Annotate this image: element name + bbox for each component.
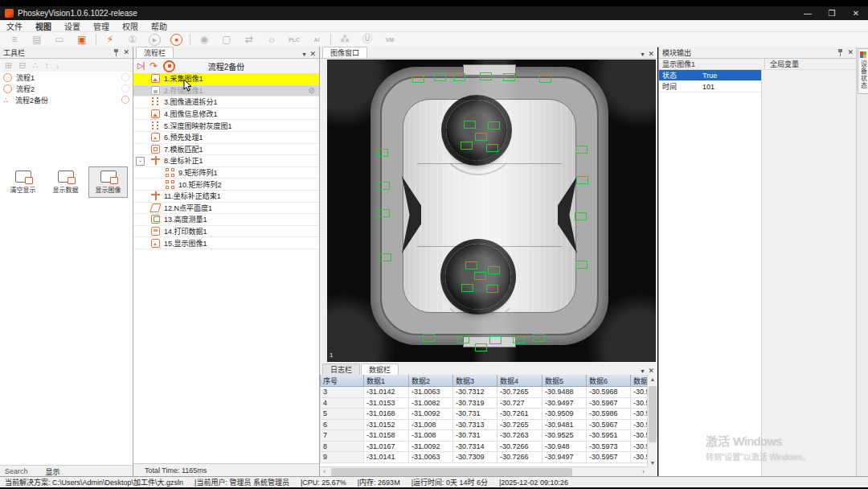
table-row[interactable]: 4-31.0153-31.0082-30.7319-30.727-30.9497… (321, 397, 649, 409)
maximize-button[interactable]: ❐ (820, 9, 844, 18)
pin-icon[interactable] (837, 49, 843, 56)
show-data-button[interactable]: 显示数据 (46, 166, 85, 198)
table-row[interactable]: 7-31.0158-31.008-30.731-30.7263-30.9525-… (321, 430, 649, 442)
open-folder-icon[interactable]: ▭ (53, 34, 66, 46)
table-row[interactable]: 3-31.0142-31.0063-30.7312-30.7265-30.948… (321, 387, 649, 398)
scroll-up-icon[interactable]: ▲ (648, 375, 657, 384)
toolbar-separator (190, 34, 190, 45)
output-row[interactable]: 状态True (659, 70, 761, 81)
tree-collapse-icon[interactable]: - (136, 157, 145, 166)
run-to-end-icon[interactable]: ▷| (137, 62, 144, 70)
move-up-icon[interactable]: ↑ (44, 60, 49, 70)
tab-image-window[interactable]: 图像窗口 (322, 47, 367, 58)
close-panel-icon[interactable]: ✕ (123, 49, 129, 56)
table-row[interactable]: 5-31.0168-31.0092-30.731-30.7261-30.9509… (321, 409, 649, 420)
menu-item[interactable]: 设置 (58, 20, 87, 32)
transfer-icon[interactable]: ⇄ (243, 34, 256, 46)
save-icon[interactable]: ▣ (76, 34, 88, 46)
column-header[interactable]: 序号 (321, 375, 364, 387)
flow-list-item[interactable]: 流程2 (0, 83, 133, 94)
tab-device-status[interactable]: 设备状态 (858, 48, 868, 94)
table-row[interactable]: 8-31.0167-31.0092-30.7314-30.7266-30.948… (321, 441, 649, 452)
quick-run-icon[interactable]: ⚡ (104, 34, 117, 46)
detection-box (453, 73, 465, 81)
chevron-down-icon[interactable]: ▾ (641, 51, 644, 58)
flow-step[interactable]: 15.显示图像1 (133, 237, 319, 249)
output-row[interactable]: 时间101 (659, 81, 761, 92)
rerun-icon[interactable]: ↷ (149, 61, 158, 71)
flow-step[interactable]: 6.预先处理1 (133, 132, 319, 144)
tab-log-bar[interactable]: 日志栏 (322, 364, 360, 375)
column-header[interactable]: 数据3 (453, 375, 497, 387)
menu-item[interactable]: 管理 (87, 20, 116, 32)
tab-flow-bar[interactable]: 流程栏 (136, 47, 174, 58)
close-button[interactable]: ✕ (844, 9, 868, 18)
flow-step[interactable]: -8.坐标补正1 (133, 155, 319, 167)
plc-icon[interactable]: PLC (288, 34, 301, 46)
run-loop-icon[interactable]: ▶ (149, 34, 161, 46)
flow-step[interactable]: 5.深度图映射灰度图1 (133, 120, 319, 132)
flow-step[interactable]: 3.图像通道拆分1 (133, 97, 319, 109)
close-panel-icon[interactable]: ✕ (648, 368, 654, 375)
minimize-button[interactable]: — (796, 9, 820, 18)
pin-icon[interactable] (113, 49, 119, 56)
add-flow-icon[interactable]: ⊞ (5, 60, 12, 71)
column-header[interactable]: 数据1 (364, 375, 409, 387)
disabled-icon: ⊘ (309, 86, 315, 95)
display-icon[interactable]: ▢ (220, 34, 233, 46)
search-label[interactable]: Search (5, 467, 28, 475)
menu-item[interactable]: 视图 (29, 20, 58, 32)
menu-item[interactable]: 权限 (116, 20, 145, 32)
flow-list-item[interactable]: 流程1 (0, 72, 133, 83)
column-header[interactable]: 数据4 (497, 375, 542, 387)
column-header[interactable]: 数据2 (409, 375, 453, 387)
flow-list-item[interactable]: ∴流程2备份 (0, 94, 133, 105)
chevron-down-icon[interactable]: ▾ (641, 368, 644, 375)
move-down-icon[interactable]: ↓ (55, 60, 60, 70)
flow-list-icon[interactable]: ≡ (8, 34, 21, 46)
flow-step[interactable]: 4.图像信息修改1 (133, 109, 319, 121)
clear-display-button[interactable]: 清空显示 (3, 166, 43, 198)
run-once-icon[interactable]: ① (126, 34, 139, 46)
close-panel-icon[interactable]: ✕ (648, 51, 654, 58)
column-header[interactable]: 数据6 (587, 375, 631, 387)
vm-icon[interactable]: VM (383, 34, 396, 46)
flow-step[interactable]: 14.打印数据1 (133, 226, 319, 238)
users-icon[interactable]: ⁂ (338, 34, 351, 46)
branch-flow-icon[interactable]: ∴ (32, 60, 38, 71)
table-cell: -30.9525 (542, 430, 587, 442)
flow-step[interactable]: 12.N点平面度1 (133, 203, 319, 215)
chevron-down-icon[interactable]: ▾ (302, 51, 305, 58)
camera-icon[interactable]: ◉ (198, 34, 211, 46)
flow-step[interactable]: 9.矩形阵列1 (133, 167, 319, 179)
scroll-down-icon[interactable]: ▼ (648, 458, 657, 467)
flow-step[interactable]: 11.坐标补正结束1 (133, 191, 319, 203)
flow-step[interactable]: 13.高度测量1 (133, 214, 319, 226)
edit-flow-icon[interactable]: ▤ (31, 34, 43, 46)
flow-step[interactable]: 1.采集图像1 (133, 73, 319, 85)
light-source-icon[interactable]: ☼ (265, 34, 278, 46)
close-panel-icon[interactable]: ✕ (847, 49, 854, 56)
close-panel-icon[interactable]: ✕ (309, 51, 316, 58)
tab-data-bar[interactable]: 数据栏 (361, 364, 399, 375)
data-table[interactable]: 序号数据1数据2数据3数据4数据5数据6数据73-31.0142-31.0063… (320, 375, 648, 467)
table-row[interactable]: 6-31.0152-31.008-30.7313-30.7265-30.9481… (321, 419, 649, 430)
menu-item[interactable]: 帮助 (145, 20, 174, 32)
table-row[interactable]: 9-31.0141-31.0063-30.7309-30.7266-30.949… (321, 452, 649, 463)
column-header[interactable]: 数据7 (631, 375, 649, 387)
image-viewport[interactable]: 1 (327, 60, 656, 362)
vertical-scrollbar[interactable]: ▲ ▼ (647, 375, 657, 467)
stop-icon[interactable]: ■ (170, 34, 182, 46)
flow-step[interactable]: 2.存储图像1⊘ (133, 85, 319, 97)
flow-step[interactable]: 7.模板匹配1 (133, 144, 319, 156)
ai-icon[interactable]: AI (310, 34, 323, 46)
display-label[interactable]: 显示 (46, 466, 60, 477)
menu-item[interactable]: 文件 (0, 20, 29, 32)
column-header[interactable]: 数据5 (542, 375, 587, 387)
permission-icon[interactable]: Ⓤ (361, 34, 374, 46)
step-icon-height (151, 215, 160, 224)
show-image-button[interactable]: 显示图像 (88, 166, 128, 198)
remove-flow-icon[interactable]: ⊟ (18, 60, 26, 71)
flow-step[interactable]: 10.矩形阵列2 (133, 179, 319, 191)
stop-flow-icon[interactable] (163, 60, 175, 72)
